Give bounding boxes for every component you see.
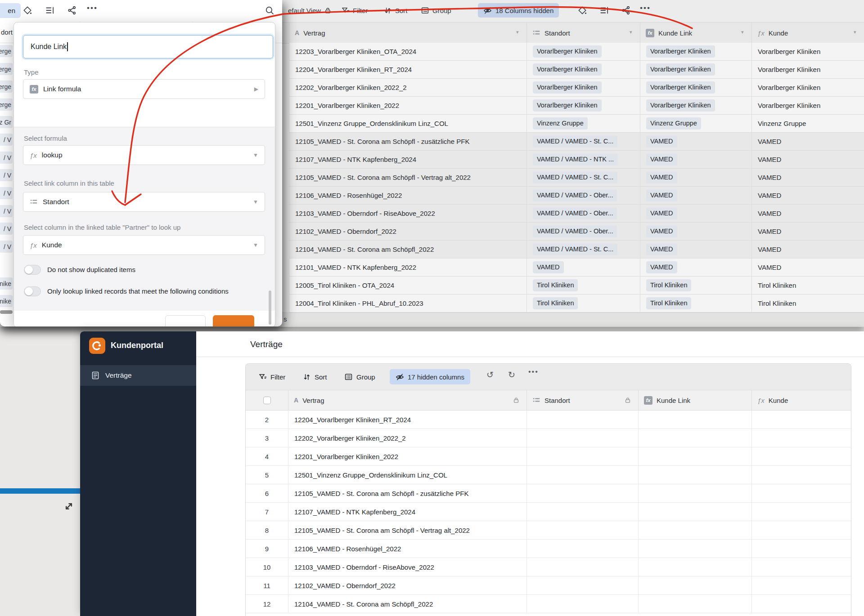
cell-kunde-link: VAMED xyxy=(640,259,752,276)
column-header-standort[interactable]: Standort xyxy=(527,390,639,410)
group-button[interactable]: Group xyxy=(344,371,375,383)
fx-formula-icon: ƒx xyxy=(757,29,765,37)
chevron-down-icon[interactable]: ▾ xyxy=(854,29,856,35)
cell-kunde-link[interactable] xyxy=(639,576,752,594)
cell-standort[interactable] xyxy=(527,503,639,521)
cell-vertrag[interactable]: 12104_VAMED - St. Corona am Schöpfl_2022 xyxy=(288,595,527,613)
row-height-icon[interactable] xyxy=(45,5,55,15)
cell-kunde-link: Tirol Kliniken xyxy=(640,277,752,294)
cell-vertrag[interactable]: 12105_VAMED - St. Corona am Schöpfl - Ve… xyxy=(288,521,527,539)
undo-icon[interactable]: ↺ xyxy=(486,370,494,380)
more-options-icon[interactable]: ••• xyxy=(640,4,650,13)
cell-standort[interactable] xyxy=(527,558,639,576)
view-name[interactable]: efault View xyxy=(288,4,332,16)
cell-kunde: VAMED xyxy=(752,187,864,204)
cell-standort[interactable] xyxy=(527,447,639,465)
cell-kunde-link[interactable] xyxy=(639,503,752,521)
cell-kunde-link[interactable] xyxy=(639,429,752,447)
popup-scrollbar-thumb[interactable] xyxy=(269,290,271,325)
cell-standort[interactable] xyxy=(527,484,639,502)
cell-vertrag[interactable]: 12204_Vorarlberger Kliniken_RT_2024 xyxy=(288,411,527,429)
more-options-icon[interactable]: ••• xyxy=(87,4,97,13)
cell-kunde[interactable] xyxy=(752,411,851,429)
column-header-kunde-link[interactable]: fx Kunde Link ▾ xyxy=(640,22,752,43)
hidden-columns-button[interactable]: 17 hidden columns xyxy=(390,369,470,384)
duplicates-toggle[interactable] xyxy=(24,265,41,275)
column-header-kunde[interactable]: ƒx Kunde ▾ xyxy=(752,22,864,43)
conditions-toggle[interactable] xyxy=(24,286,41,296)
cell-kunde[interactable] xyxy=(752,521,851,539)
group-button[interactable]: Group xyxy=(421,4,451,16)
search-icon[interactable] xyxy=(265,5,274,15)
formula-select[interactable]: ƒx lookup ▼ xyxy=(23,145,265,165)
kunde-link-tag: Vorarlberger Kliniken xyxy=(646,63,715,76)
column-header-vertrag[interactable]: A Vertrag xyxy=(288,390,527,410)
column-header-vertrag[interactable]: A Vertrag ▾ xyxy=(289,22,526,43)
cell-standort[interactable] xyxy=(527,595,639,613)
cell-vertrag[interactable]: 12201_Vorarlberger Kliniken_2022 xyxy=(288,447,527,465)
cell-standort[interactable] xyxy=(527,540,639,558)
cell-vertrag[interactable]: 12102_VAMED - Oberndorf_2022 xyxy=(288,576,527,594)
column-header-kunde-link[interactable]: fx Kunde Link xyxy=(639,390,752,410)
chevron-down-icon[interactable]: ▾ xyxy=(741,29,744,35)
row-height-icon[interactable] xyxy=(599,5,609,15)
sort-button[interactable]: Sort xyxy=(383,4,408,16)
cell-vertrag[interactable]: 12202_Vorarlberger Kliniken_2022_2 xyxy=(288,429,527,447)
cell-kunde-link[interactable] xyxy=(639,411,752,429)
chevron-down-icon[interactable]: ▾ xyxy=(630,29,632,35)
cell-standort[interactable] xyxy=(527,521,639,539)
lookup-column-select[interactable]: ƒx Kunde ▼ xyxy=(23,235,265,255)
cell-kunde[interactable] xyxy=(752,503,851,521)
share-icon[interactable] xyxy=(621,5,631,15)
redo-icon[interactable]: ↻ xyxy=(508,370,515,380)
cell-vertrag[interactable]: 12105_VAMED - St. Corona am Schöpfl - zu… xyxy=(288,484,527,502)
column-name-input[interactable]: Kunde Link xyxy=(23,35,273,58)
cell-kunde-link[interactable] xyxy=(639,447,752,465)
column-header-standort[interactable]: Standort ▾ xyxy=(526,22,640,43)
cell-vertrag: 12105_VAMED - St. Corona am Schöpfl - zu… xyxy=(289,133,527,150)
filter-button[interactable]: Filter xyxy=(341,4,368,16)
link-column-select[interactable]: Standort ▼ xyxy=(23,192,265,212)
cell-kunde[interactable] xyxy=(752,429,851,447)
cell-kunde-link[interactable] xyxy=(639,521,752,539)
cell-kunde[interactable] xyxy=(752,466,851,484)
horizontal-scrollbar-thumb[interactable] xyxy=(0,310,13,314)
filter-button[interactable]: Filter xyxy=(258,371,285,383)
cancel-button[interactable] xyxy=(165,315,206,326)
cell-kunde-link[interactable] xyxy=(639,540,752,558)
bucket-icon[interactable] xyxy=(22,5,32,15)
cell-kunde-link[interactable] xyxy=(639,484,752,502)
cell-kunde-link[interactable] xyxy=(639,466,752,484)
select-all-checkbox[interactable] xyxy=(263,397,271,404)
columns-hidden-button[interactable]: 18 Columns hidden xyxy=(478,3,559,18)
cell-kunde[interactable] xyxy=(752,558,851,576)
share-icon[interactable] xyxy=(67,5,77,15)
column-header-kunde[interactable]: ƒx Kunde xyxy=(752,390,851,410)
cell-standort[interactable] xyxy=(527,411,639,429)
submit-button[interactable] xyxy=(213,315,254,326)
cell-kunde[interactable] xyxy=(752,484,851,502)
cell-kunde[interactable] xyxy=(752,540,851,558)
cell-kunde[interactable] xyxy=(752,447,851,465)
chevron-down-icon[interactable]: ▾ xyxy=(516,29,519,35)
cell-standort[interactable] xyxy=(527,466,639,484)
cell-vertrag[interactable]: 12106_VAMED - Rosenhügel_2022 xyxy=(288,540,527,558)
cell-standort[interactable] xyxy=(527,576,639,594)
cell-kunde-link[interactable] xyxy=(639,595,752,613)
cell-kunde-link[interactable] xyxy=(639,558,752,576)
sort-button[interactable]: Sort xyxy=(302,371,327,383)
table-row: 12201_Vorarlberger Kliniken_2022Vorarlbe… xyxy=(289,97,864,115)
cell-vertrag[interactable]: 12107_VAMED - NTK Kapfenberg_2024 xyxy=(288,503,527,521)
cell-kunde[interactable] xyxy=(752,595,851,613)
cell-standort[interactable] xyxy=(527,429,639,447)
more-options-icon[interactable]: ••• xyxy=(528,368,539,376)
expand-icon[interactable] xyxy=(63,500,75,512)
type-select[interactable]: fx Link formula ▶ xyxy=(23,79,265,99)
columns-hidden-button-fragment[interactable]: en xyxy=(0,3,21,18)
cell-kunde[interactable] xyxy=(752,576,851,594)
cell-vertrag[interactable]: 12501_Vinzenz Gruppe_Ordensklinikum Linz… xyxy=(288,466,527,484)
sidebar-item-vertraege[interactable]: Verträge xyxy=(80,365,196,386)
cell-standort: VAMED / VAMED - Ober... xyxy=(527,187,640,204)
cell-vertrag[interactable]: 12103_VAMED - Oberndorf - RiseAbove_2022 xyxy=(288,558,527,576)
bucket-icon[interactable] xyxy=(577,5,587,15)
